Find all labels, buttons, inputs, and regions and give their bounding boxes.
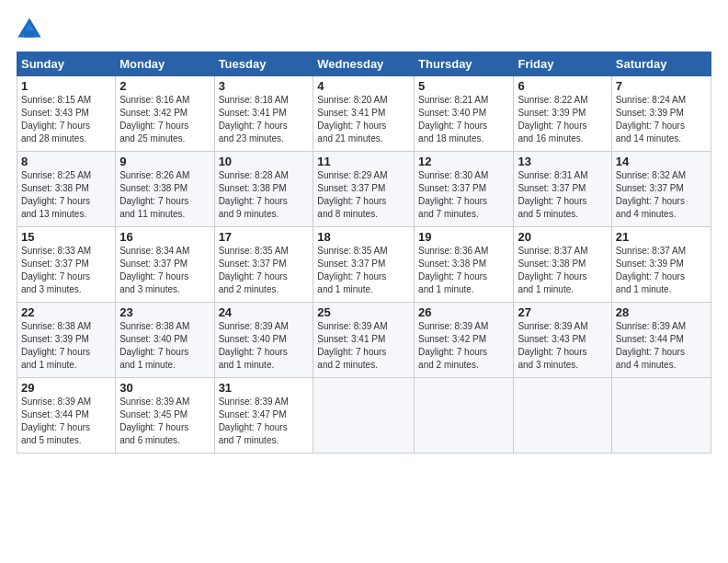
day-number: 6	[518, 79, 607, 93]
week-row-3: 15Sunrise: 8:33 AM Sunset: 3:37 PM Dayli…	[17, 227, 711, 303]
day-header-saturday: Saturday	[611, 52, 711, 76]
calendar-cell: 20Sunrise: 8:37 AM Sunset: 3:38 PM Dayli…	[514, 227, 611, 303]
calendar-cell: 3Sunrise: 8:18 AM Sunset: 3:41 PM Daylig…	[214, 76, 313, 152]
day-info: Sunrise: 8:37 AM Sunset: 3:38 PM Dayligh…	[518, 245, 607, 296]
day-number: 25	[317, 305, 410, 319]
day-number: 2	[119, 79, 210, 93]
calendar-cell: 15Sunrise: 8:33 AM Sunset: 3:37 PM Dayli…	[17, 227, 116, 303]
calendar-header-row: SundayMondayTuesdayWednesdayThursdayFrid…	[17, 52, 711, 76]
calendar-cell: 16Sunrise: 8:34 AM Sunset: 3:37 PM Dayli…	[116, 227, 214, 303]
day-number: 11	[317, 155, 410, 168]
day-number: 15	[21, 230, 111, 244]
day-info: Sunrise: 8:31 AM Sunset: 3:37 PM Dayligh…	[518, 169, 607, 221]
day-info: Sunrise: 8:25 AM Sunset: 3:38 PM Dayligh…	[21, 169, 111, 221]
week-row-4: 22Sunrise: 8:38 AM Sunset: 3:39 PM Dayli…	[17, 303, 711, 378]
day-header-thursday: Thursday	[415, 52, 514, 76]
day-number: 8	[21, 155, 111, 168]
day-info: Sunrise: 8:35 AM Sunset: 3:37 PM Dayligh…	[219, 245, 310, 296]
calendar-cell: 14Sunrise: 8:32 AM Sunset: 3:37 PM Dayli…	[611, 152, 711, 227]
day-number: 30	[119, 381, 210, 395]
day-number: 1	[21, 79, 111, 93]
day-info: Sunrise: 8:39 AM Sunset: 3:42 PM Dayligh…	[418, 320, 509, 372]
logo	[17, 17, 46, 42]
day-number: 10	[219, 155, 310, 168]
week-row-1: 1Sunrise: 8:15 AM Sunset: 3:43 PM Daylig…	[17, 76, 711, 152]
calendar-cell: 28Sunrise: 8:39 AM Sunset: 3:44 PM Dayli…	[611, 303, 711, 378]
day-info: Sunrise: 8:39 AM Sunset: 3:44 PM Dayligh…	[21, 396, 111, 447]
day-info: Sunrise: 8:39 AM Sunset: 3:40 PM Dayligh…	[219, 320, 310, 372]
day-info: Sunrise: 8:29 AM Sunset: 3:37 PM Dayligh…	[317, 169, 410, 221]
day-info: Sunrise: 8:21 AM Sunset: 3:40 PM Dayligh…	[418, 94, 509, 145]
day-info: Sunrise: 8:22 AM Sunset: 3:39 PM Dayligh…	[518, 94, 607, 145]
calendar-cell: 29Sunrise: 8:39 AM Sunset: 3:44 PM Dayli…	[17, 378, 116, 454]
calendar-cell	[313, 378, 415, 454]
calendar-cell: 27Sunrise: 8:39 AM Sunset: 3:43 PM Dayli…	[514, 303, 611, 378]
day-info: Sunrise: 8:35 AM Sunset: 3:37 PM Dayligh…	[317, 245, 410, 296]
day-number: 4	[317, 79, 410, 93]
day-header-sunday: Sunday	[17, 52, 116, 76]
week-row-5: 29Sunrise: 8:39 AM Sunset: 3:44 PM Dayli…	[17, 378, 711, 454]
day-info: Sunrise: 8:33 AM Sunset: 3:37 PM Dayligh…	[21, 245, 111, 296]
day-number: 21	[616, 230, 707, 244]
calendar-cell: 1Sunrise: 8:15 AM Sunset: 3:43 PM Daylig…	[17, 76, 116, 152]
calendar-cell	[415, 378, 514, 454]
day-info: Sunrise: 8:39 AM Sunset: 3:44 PM Dayligh…	[616, 320, 707, 372]
calendar-cell: 10Sunrise: 8:28 AM Sunset: 3:38 PM Dayli…	[214, 152, 313, 227]
calendar-cell: 21Sunrise: 8:37 AM Sunset: 3:39 PM Dayli…	[611, 227, 711, 303]
day-number: 31	[219, 381, 310, 395]
day-number: 20	[518, 230, 607, 244]
calendar-cell: 6Sunrise: 8:22 AM Sunset: 3:39 PM Daylig…	[514, 76, 611, 152]
calendar-cell: 25Sunrise: 8:39 AM Sunset: 3:41 PM Dayli…	[313, 303, 415, 378]
day-number: 12	[418, 155, 509, 168]
svg-rect-2	[24, 30, 34, 37]
calendar-cell: 31Sunrise: 8:39 AM Sunset: 3:47 PM Dayli…	[214, 378, 313, 454]
day-number: 24	[219, 305, 310, 319]
day-info: Sunrise: 8:16 AM Sunset: 3:42 PM Dayligh…	[119, 94, 210, 145]
day-info: Sunrise: 8:15 AM Sunset: 3:43 PM Dayligh…	[21, 94, 111, 145]
day-number: 7	[616, 79, 707, 93]
calendar-table: SundayMondayTuesdayWednesdayThursdayFrid…	[17, 52, 711, 454]
day-header-wednesday: Wednesday	[313, 52, 415, 76]
page: SundayMondayTuesdayWednesdayThursdayFrid…	[0, 0, 728, 563]
calendar-cell: 17Sunrise: 8:35 AM Sunset: 3:37 PM Dayli…	[214, 227, 313, 303]
calendar-cell: 9Sunrise: 8:26 AM Sunset: 3:38 PM Daylig…	[116, 152, 214, 227]
day-number: 22	[21, 305, 111, 319]
day-info: Sunrise: 8:39 AM Sunset: 3:45 PM Dayligh…	[119, 396, 210, 447]
day-info: Sunrise: 8:38 AM Sunset: 3:39 PM Dayligh…	[21, 320, 111, 372]
day-number: 16	[119, 230, 210, 244]
logo-icon	[17, 17, 42, 42]
calendar-cell: 11Sunrise: 8:29 AM Sunset: 3:37 PM Dayli…	[313, 152, 415, 227]
day-number: 19	[418, 230, 509, 244]
day-info: Sunrise: 8:24 AM Sunset: 3:39 PM Dayligh…	[616, 94, 707, 145]
day-header-friday: Friday	[514, 52, 611, 76]
day-number: 5	[418, 79, 509, 93]
day-number: 23	[119, 305, 210, 319]
calendar-cell: 18Sunrise: 8:35 AM Sunset: 3:37 PM Dayli…	[313, 227, 415, 303]
day-info: Sunrise: 8:28 AM Sunset: 3:38 PM Dayligh…	[219, 169, 310, 221]
calendar-cell: 30Sunrise: 8:39 AM Sunset: 3:45 PM Dayli…	[116, 378, 214, 454]
calendar-cell: 24Sunrise: 8:39 AM Sunset: 3:40 PM Dayli…	[214, 303, 313, 378]
calendar-cell	[611, 378, 711, 454]
day-info: Sunrise: 8:39 AM Sunset: 3:47 PM Dayligh…	[219, 396, 310, 447]
day-number: 27	[518, 305, 607, 319]
day-number: 3	[219, 79, 310, 93]
day-info: Sunrise: 8:18 AM Sunset: 3:41 PM Dayligh…	[219, 94, 310, 145]
day-info: Sunrise: 8:39 AM Sunset: 3:43 PM Dayligh…	[518, 320, 607, 372]
day-info: Sunrise: 8:37 AM Sunset: 3:39 PM Dayligh…	[616, 245, 707, 296]
calendar-cell: 23Sunrise: 8:38 AM Sunset: 3:40 PM Dayli…	[116, 303, 214, 378]
calendar-cell: 4Sunrise: 8:20 AM Sunset: 3:41 PM Daylig…	[313, 76, 415, 152]
calendar-cell: 7Sunrise: 8:24 AM Sunset: 3:39 PM Daylig…	[611, 76, 711, 152]
day-number: 18	[317, 230, 410, 244]
day-number: 26	[418, 305, 509, 319]
day-number: 28	[616, 305, 707, 319]
calendar-cell: 26Sunrise: 8:39 AM Sunset: 3:42 PM Dayli…	[415, 303, 514, 378]
day-info: Sunrise: 8:30 AM Sunset: 3:37 PM Dayligh…	[418, 169, 509, 221]
day-number: 9	[119, 155, 210, 168]
day-number: 14	[616, 155, 707, 168]
calendar-cell: 19Sunrise: 8:36 AM Sunset: 3:38 PM Dayli…	[415, 227, 514, 303]
calendar-cell: 2Sunrise: 8:16 AM Sunset: 3:42 PM Daylig…	[116, 76, 214, 152]
day-info: Sunrise: 8:36 AM Sunset: 3:38 PM Dayligh…	[418, 245, 509, 296]
day-number: 13	[518, 155, 607, 168]
calendar-cell: 5Sunrise: 8:21 AM Sunset: 3:40 PM Daylig…	[415, 76, 514, 152]
day-info: Sunrise: 8:20 AM Sunset: 3:41 PM Dayligh…	[317, 94, 410, 145]
